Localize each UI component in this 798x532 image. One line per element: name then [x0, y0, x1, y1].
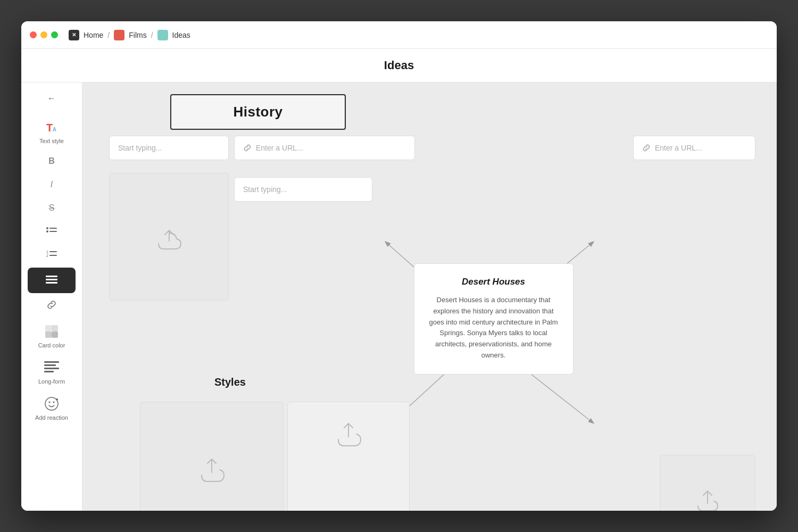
breadcrumb-films[interactable]: Films [129, 31, 146, 39]
upload-icon-bottom-1 [197, 448, 227, 483]
ideas-icon [157, 30, 168, 40]
sidebar-item-italic[interactable]: I [42, 175, 61, 194]
align-icon [43, 272, 60, 289]
page-title: Ideas [21, 49, 777, 82]
svg-rect-3 [49, 228, 57, 229]
breadcrumb-sep-2: / [151, 31, 153, 39]
svg-rect-9 [49, 255, 57, 256]
upload-card-main[interactable] [109, 173, 229, 301]
history-card[interactable]: History [170, 94, 346, 130]
sidebar-item-bullet-list[interactable] [42, 222, 61, 241]
svg-rect-19 [44, 368, 59, 369]
sidebar-item-link[interactable] [42, 296, 61, 315]
svg-rect-7 [49, 251, 57, 252]
start-typing-card-2[interactable]: Start typing... [234, 177, 372, 202]
breadcrumb-sep-1: / [107, 31, 110, 39]
sidebar-item-text-style[interactable]: T A Text style [28, 114, 76, 148]
svg-rect-11 [46, 279, 57, 280]
svg-text:A: A [53, 127, 56, 132]
history-title: History [182, 104, 334, 120]
styles-label: Styles [214, 376, 246, 388]
sidebar-item-add-reaction[interactable]: Add reaction [28, 391, 76, 425]
titlebar: ✕ Home / Films / Ideas [21, 21, 777, 49]
url-placeholder-right: Enter a URL... [655, 144, 702, 152]
svg-text:2: 2 [46, 254, 48, 257]
bullet-list-icon [46, 226, 57, 237]
sidebar-item-align[interactable] [28, 268, 76, 293]
card-color-label: Card color [38, 342, 65, 348]
svg-point-22 [49, 402, 51, 403]
bottom-upload-card-2[interactable]: Add a caption... [287, 402, 410, 511]
maximize-button[interactable] [51, 31, 58, 38]
sidebar-item-numbered-list[interactable]: 1 2 [42, 245, 61, 264]
breadcrumb: ✕ Home / Films / Ideas [69, 30, 190, 40]
svg-rect-10 [46, 276, 57, 277]
svg-rect-15 [45, 331, 52, 338]
desert-houses-body: Desert Houses is a documentary that expl… [426, 295, 561, 361]
home-icon: ✕ [69, 30, 79, 40]
bold-icon: B [48, 156, 55, 166]
svg-point-4 [46, 230, 48, 232]
numbered-list-icon: 1 2 [46, 250, 57, 260]
add-reaction-label: Add reaction [35, 414, 68, 421]
svg-point-23 [53, 402, 55, 403]
strikethrough-icon: S [49, 203, 55, 213]
main-layout: ← T A Text style B I S [21, 82, 777, 511]
long-form-icon [43, 359, 60, 376]
url-placeholder-1: Enter a URL... [256, 144, 303, 152]
upload-icon-main [153, 222, 185, 252]
upload-icon-bottom-2 [334, 413, 363, 447]
sidebar-item-long-form[interactable]: Long-form [28, 355, 76, 389]
url-card-1[interactable]: Enter a URL... [234, 136, 415, 160]
link-icon [46, 300, 57, 312]
svg-text:1: 1 [46, 250, 48, 254]
close-button[interactable] [30, 31, 37, 38]
sidebar: ← T A Text style B I S [21, 82, 82, 511]
sidebar-item-strikethrough[interactable]: S [42, 198, 61, 218]
svg-text:T: T [46, 122, 53, 134]
svg-rect-16 [52, 331, 58, 338]
svg-rect-5 [49, 231, 57, 232]
start-typing-placeholder-1: Start typing... [118, 144, 162, 152]
link-icon-right [642, 144, 651, 152]
start-typing-placeholder-2: Start typing... [243, 185, 287, 194]
svg-rect-14 [52, 325, 58, 331]
svg-rect-18 [44, 364, 56, 366]
svg-rect-20 [44, 371, 54, 372]
long-form-label: Long-form [38, 378, 65, 385]
sidebar-item-card-color[interactable]: Card color [28, 319, 76, 353]
add-reaction-icon [43, 395, 60, 412]
breadcrumb-home[interactable]: Home [84, 31, 103, 39]
upload-icon-bottom-3 [694, 483, 721, 511]
sidebar-item-bold[interactable]: B [42, 152, 61, 171]
films-icon [114, 30, 124, 40]
text-style-icon: T A [43, 119, 60, 136]
text-style-label: Text style [39, 138, 64, 144]
desert-houses-card[interactable]: Desert Houses Desert Houses is a documen… [414, 263, 573, 375]
minimize-button[interactable] [40, 31, 47, 38]
svg-rect-13 [45, 325, 52, 331]
svg-rect-17 [44, 361, 59, 363]
traffic-lights [30, 31, 58, 38]
desert-houses-title: Desert Houses [426, 277, 561, 287]
svg-point-2 [46, 227, 48, 229]
start-typing-card-1[interactable]: Start typing... [109, 136, 229, 160]
breadcrumb-ideas[interactable]: Ideas [172, 31, 190, 39]
svg-rect-12 [46, 282, 57, 284]
italic-icon: I [51, 180, 53, 189]
url-card-right[interactable]: Enter a URL... [633, 136, 755, 160]
back-button[interactable]: ← [42, 89, 61, 108]
canvas: History Start typing... Enter a URL... S… [82, 82, 777, 511]
card-color-icon [43, 323, 60, 340]
app-window: ✕ Home / Films / Ideas Ideas ← T A [21, 21, 777, 511]
bottom-upload-card-3[interactable] [660, 455, 755, 511]
bottom-upload-card-1[interactable] [140, 402, 284, 511]
link-icon-1 [243, 144, 252, 152]
